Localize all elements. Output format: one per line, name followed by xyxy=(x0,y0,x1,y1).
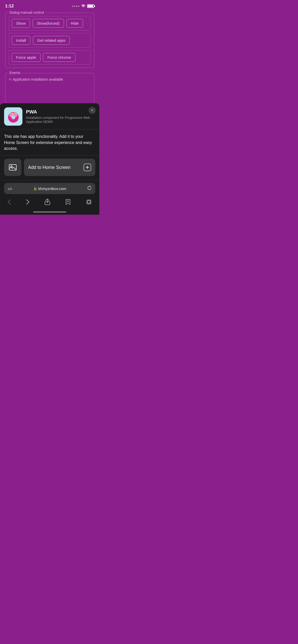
reload-button[interactable] xyxy=(87,186,92,192)
get-related-apps-button[interactable]: Get related apps xyxy=(33,36,70,45)
dialog-manual-control-box: Dialog manual control Show Show(forced) … xyxy=(5,13,94,68)
svg-point-10 xyxy=(11,115,15,119)
app-text: PWA Installation component for Progressi… xyxy=(26,109,95,124)
status-bar: 1:12 xyxy=(0,0,99,10)
lock-icon: 🔒 xyxy=(33,187,37,191)
status-time: 1:12 xyxy=(5,4,14,9)
add-home-screen-row: Add to Home Screen xyxy=(0,156,99,180)
force-chrome-button[interactable]: Force chrome xyxy=(43,53,75,62)
font-size-control[interactable]: aA xyxy=(8,186,12,191)
events-box-title: Events xyxy=(8,71,22,75)
browser-url-bar: aA 🔒 khmyznikov.com xyxy=(0,180,99,196)
app-desc: Installation component for Progressive W… xyxy=(26,116,95,124)
battery-icon xyxy=(87,4,94,8)
show-forced-button[interactable]: Show(forced) xyxy=(33,19,64,28)
hide-button[interactable]: Hide xyxy=(66,19,83,28)
home-bar xyxy=(33,211,66,213)
dialog-box-title: Dialog manual control xyxy=(8,10,45,14)
bookmarks-button[interactable] xyxy=(62,198,74,206)
dialog-row2: Install Get related apps xyxy=(9,33,90,48)
add-home-label: Add to Home Screen xyxy=(28,165,71,170)
forward-button[interactable] xyxy=(23,198,33,206)
svg-rect-17 xyxy=(88,201,90,203)
url-text: khmyznikov.com xyxy=(38,186,66,191)
screenshot-icon xyxy=(9,164,17,171)
screenshot-button[interactable] xyxy=(4,159,21,176)
install-button[interactable]: Install xyxy=(12,36,30,45)
add-to-home-screen-button[interactable]: Add to Home Screen xyxy=(24,159,95,176)
add-plus-icon xyxy=(84,164,91,171)
share-button[interactable] xyxy=(42,198,53,206)
app-icon xyxy=(4,107,22,126)
site-message: This site has app functionality. Add it … xyxy=(0,129,99,156)
browser-nav-bar xyxy=(0,196,99,211)
site-message-text: This site has app functionality. Add it … xyxy=(4,134,95,151)
main-content: Dialog manual control Show Show(forced) … xyxy=(0,10,99,114)
dialog-row1: Show Show(forced) Hide xyxy=(9,16,90,31)
event-log-text: >: Application installation available xyxy=(9,77,90,81)
home-indicator xyxy=(0,211,99,215)
app-name: PWA xyxy=(26,109,95,115)
dialog-row3: Force apple Force chrome xyxy=(9,50,90,65)
bottom-sheet: PWA Installation component for Progressi… xyxy=(0,103,99,215)
donut-image xyxy=(6,110,20,124)
app-info-row: PWA Installation component for Progressi… xyxy=(0,103,99,129)
show-button[interactable]: Show xyxy=(12,19,30,28)
force-apple-button[interactable]: Force apple xyxy=(12,53,40,62)
status-icons xyxy=(72,4,94,8)
url-center: 🔒 khmyznikov.com xyxy=(33,186,66,191)
wifi-icon xyxy=(81,4,86,8)
tabs-button[interactable] xyxy=(83,198,95,206)
signal-dots-icon xyxy=(72,6,79,7)
url-bar-container[interactable]: aA 🔒 khmyznikov.com xyxy=(4,183,95,194)
svg-rect-11 xyxy=(9,165,16,170)
back-button[interactable] xyxy=(4,198,14,206)
